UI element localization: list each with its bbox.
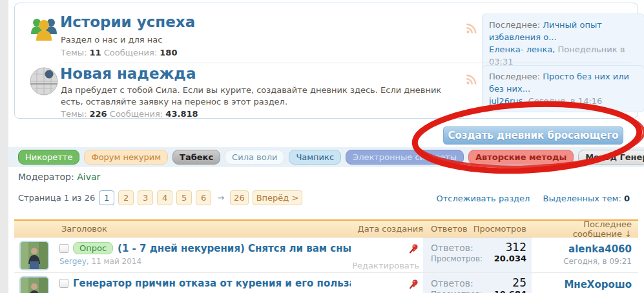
tag-champix[interactable]: Чампикс	[289, 150, 341, 165]
topic-row: Опрос (1 - 7 дней некурения) Снятся ли в…	[14, 237, 638, 273]
avatar[interactable]	[19, 241, 49, 270]
pagination-ellipsis-arrow: →	[215, 193, 226, 203]
replies-count: 312	[506, 241, 526, 254]
moderator-link[interactable]: Aivar	[77, 172, 100, 182]
section-title-success-stories[interactable]: Истории успеха	[60, 14, 195, 30]
header-views[interactable]: Просмотров	[473, 224, 526, 234]
moderator-row: Модератор: Aivar	[18, 172, 100, 182]
next-page-button[interactable]: Вперёд >	[253, 190, 303, 205]
watch-section-link[interactable]: Отслеживать раздел	[437, 194, 530, 203]
topic-date: 11 май 2014	[91, 257, 141, 266]
poll-badge: Опрос	[73, 242, 113, 254]
selected-topics-link[interactable]: Выделенных тем: 0	[543, 194, 630, 203]
last-post-label: Последнее:	[489, 20, 540, 30]
pagination: Страница 1 из 26 1 2 3 4 5 6 → 26 Вперёд…	[18, 190, 302, 205]
page-left-margin	[0, 0, 8, 293]
replies-count: 25	[512, 276, 526, 289]
header-date-created[interactable]: Дата создания	[351, 224, 423, 234]
section-description: Да пребудет с тобой Сила. Если вы курите…	[61, 85, 461, 108]
topic-main-cell: Генератор причин отказа от курения и его…	[58, 273, 351, 293]
section-title-new-hope[interactable]: Новая надежда	[60, 65, 196, 82]
replies-label: Ответов:	[431, 278, 473, 288]
tag-forum-nekurim[interactable]: Форум некурим	[84, 150, 168, 165]
section-stats: Темы: 226 Сообщения: 43.818	[61, 109, 198, 119]
section-description: Раздел о нас и для нас	[61, 34, 162, 46]
topic-checkbox[interactable]	[59, 244, 68, 253]
page-button-6[interactable]: 6	[196, 190, 211, 205]
forum-sections-panel: Истории успеха Раздел о нас и для нас Те…	[14, 3, 638, 119]
last-post-box: Последнее: Просто без них или без них...…	[482, 65, 644, 112]
views-count: 20.034	[494, 254, 526, 263]
topic-stats-cell: Ответов:312 Просмотров:20.034	[423, 237, 532, 272]
page-button-2[interactable]: 2	[118, 190, 134, 205]
forum-section-new-hope: Новая надежда Да пребудет с тобой Сила. …	[15, 65, 638, 119]
people-group-icon	[29, 15, 59, 45]
topics-table: Заголовок Дата создания Ответов Просмотр…	[14, 219, 638, 293]
tag-strip: Никоретте Форум некурим Табекс Сила воли…	[8, 147, 644, 167]
topic-date-cell: Редактировать	[351, 237, 423, 272]
topic-stats-cell: Ответов:25 Просмотров:10.684	[423, 273, 532, 293]
forum-section-success-stories: Истории успеха Раздел о нас и для нас Те…	[15, 8, 638, 63]
last-post-time: Сегодня, в 09:21	[532, 257, 632, 266]
tag-electronic-cigarettes[interactable]: Электронные сигареты	[346, 150, 464, 165]
tag-tabex[interactable]: Табекс	[172, 150, 220, 165]
last-poster-link[interactable]: МнеХорошо	[564, 279, 632, 290]
views-label: Просмотров:	[431, 290, 483, 293]
last-post-author-link[interactable]: Еленка- ленка,	[489, 45, 555, 54]
rss-icon[interactable]	[466, 74, 477, 85]
topic-author-line: Sergey, 11 май 2014	[59, 257, 351, 266]
topic-row: Генератор причин отказа от курения и его…	[14, 273, 638, 293]
topic-last-cell: МнеХорошо Сегодня, в 04:23	[532, 273, 638, 293]
pagination-label: Страница 1 из 26	[18, 193, 95, 203]
table-header: Заголовок Дата создания Ответов Просмотр…	[14, 219, 638, 237]
rss-icon[interactable]	[466, 23, 477, 34]
forum-page: Истории успеха Раздел о нас и для нас Те…	[0, 0, 644, 293]
views-label: Просмотров:	[431, 254, 483, 263]
edit-link[interactable]: Редактировать	[352, 261, 419, 270]
page-button-4[interactable]: 4	[157, 190, 172, 205]
pin-icon	[408, 243, 419, 254]
pin-icon	[408, 279, 419, 290]
tag-author-methods[interactable]: Авторские методы	[468, 150, 574, 165]
page-button-5[interactable]: 5	[176, 190, 192, 205]
topic-author-link[interactable]: Sergey,	[59, 257, 89, 266]
tag-nikorette[interactable]: Никоретте	[18, 150, 79, 165]
section-stats: Темы: 11 Сообщения: 180	[61, 48, 177, 57]
topic-title-link[interactable]: Генератор причин отказа от курения и его…	[73, 278, 351, 289]
topic-last-cell: alenka4060 Сегодня, в 09:21	[532, 237, 638, 272]
topic-checkbox[interactable]	[59, 279, 68, 288]
header-replies[interactable]: Ответов	[431, 224, 468, 234]
header-stats: Ответов Просмотров	[423, 224, 532, 234]
topic-date-cell: Редактировать	[351, 273, 423, 293]
replies-label: Ответов:	[431, 243, 473, 253]
page-button-1[interactable]: 1	[99, 190, 114, 205]
last-post-author-link[interactable]: jul26rus,	[489, 96, 526, 106]
topic-title-link[interactable]: (1 - 7 дней некурения) Снятся ли вам сны…	[118, 243, 351, 254]
last-post-label: Последнее:	[489, 72, 540, 81]
moderator-label: Модератор:	[18, 172, 74, 182]
create-diary-button[interactable]: Создать дневник бросающего курить	[443, 126, 623, 145]
header-last-message[interactable]: Последнее сообщение ↓	[532, 219, 638, 239]
section-action-links: Отслеживать раздел Выделенных тем: 0	[426, 194, 630, 203]
topic-avatar-cell	[14, 273, 58, 293]
death-star-icon	[29, 66, 59, 96]
tag-sila-voli[interactable]: Сила воли	[225, 150, 284, 165]
page-button-3[interactable]: 3	[138, 190, 153, 205]
last-poster-link[interactable]: alenka4060	[568, 243, 632, 255]
page-button-26[interactable]: 26	[230, 190, 249, 205]
topic-avatar-cell	[14, 237, 58, 272]
tag-kgb-method[interactable]: Метод Генералов КГБ!	[578, 150, 644, 165]
topic-main-cell: Опрос (1 - 7 дней некурения) Снятся ли в…	[58, 237, 351, 272]
avatar[interactable]	[19, 276, 49, 293]
section-divider	[63, 63, 631, 63]
views-count: 10.684	[494, 289, 526, 293]
header-title[interactable]: Заголовок	[58, 224, 351, 234]
last-post-time: Сегодня, в 14:16	[528, 96, 603, 106]
last-post-box: Последнее: Личный опыт избавления о... Е…	[482, 14, 644, 73]
